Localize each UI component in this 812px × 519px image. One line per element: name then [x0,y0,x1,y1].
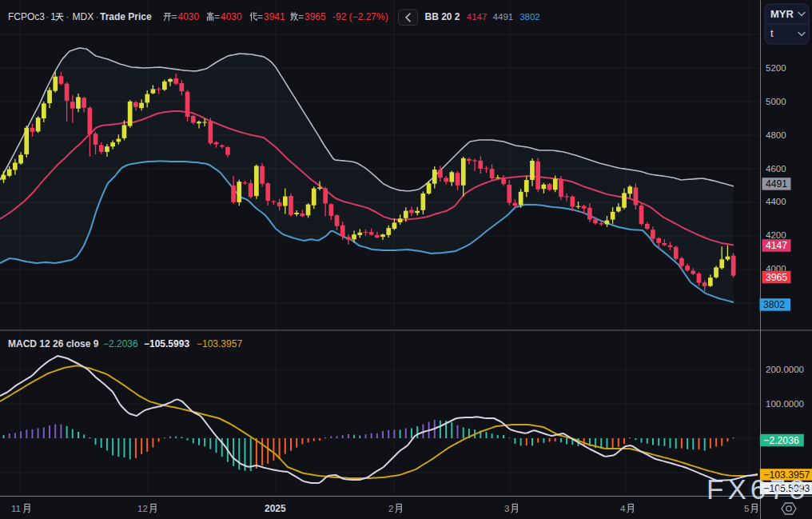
svg-text:·: · [96,11,99,22]
svg-text:5200: 5200 [766,63,786,73]
svg-text:4491: 4491 [493,12,514,22]
svg-text:4491: 4491 [766,178,787,190]
svg-text:4: 4 [620,504,626,513]
svg-text:FCPOc3: FCPOc3 [8,11,45,22]
svg-text:12: 12 [137,504,148,513]
svg-text:t: t [770,27,774,39]
svg-text:MDX: MDX [73,11,94,22]
svg-text:−103.3957: −103.3957 [197,338,242,349]
svg-text:=: = [257,11,263,22]
svg-text:4030: 4030 [178,11,200,22]
svg-text:−105.5993: −105.5993 [144,338,189,349]
svg-text:4200: 4200 [766,230,786,240]
svg-text:·: · [66,11,70,22]
svg-text:MYR: MYR [770,8,794,20]
svg-text:1: 1 [50,11,56,22]
svg-text:Trade Price: Trade Price [100,11,152,22]
svg-text:3802: 3802 [763,299,785,310]
svg-text:5000: 5000 [766,97,786,106]
svg-text:5: 5 [744,504,749,513]
svg-text:4600: 4600 [766,164,786,174]
svg-text:FX678: FX678 [707,473,809,505]
svg-text:-92 (−2.27%): -92 (−2.27%) [332,11,388,22]
svg-text:=: = [172,11,177,22]
svg-text:11: 11 [11,504,21,513]
svg-text:4147: 4147 [467,12,488,22]
svg-text:MACD 12 26 close 9: MACD 12 26 close 9 [8,338,99,349]
svg-text:4400: 4400 [766,197,786,206]
svg-text:3: 3 [504,504,509,513]
svg-text:3965: 3965 [304,11,326,22]
svg-text:100.0000: 100.0000 [766,399,804,409]
svg-text:3941: 3941 [264,11,285,22]
svg-text:3965: 3965 [766,272,787,283]
svg-text:4030: 4030 [221,11,242,22]
svg-text:−2.2036: −2.2036 [103,338,138,349]
svg-text:3802: 3802 [519,12,540,22]
svg-text:4800: 4800 [766,130,786,140]
svg-text:BB 20 2: BB 20 2 [425,11,460,22]
svg-text:2025: 2025 [265,503,286,514]
svg-text:2: 2 [388,504,393,513]
svg-text:−2.2036: −2.2036 [763,435,799,446]
svg-text:4147: 4147 [766,240,787,251]
svg-text:=: = [214,11,220,22]
svg-text:200.0000: 200.0000 [766,365,804,374]
svg-text:·: · [46,11,49,22]
svg-text:=: = [298,11,304,22]
